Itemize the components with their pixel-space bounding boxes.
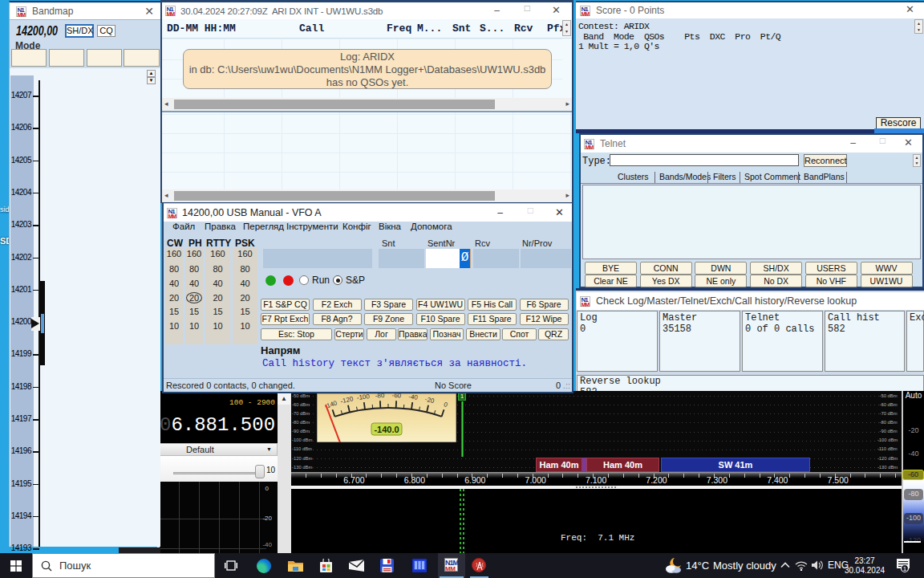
svg-text:-80: -80 xyxy=(375,393,386,400)
svg-text:-140.0: -140.0 xyxy=(374,425,399,434)
svg-text:-40: -40 xyxy=(408,393,419,401)
svg-text:1: 1 xyxy=(903,565,907,572)
svg-text:-60: -60 xyxy=(391,393,402,400)
